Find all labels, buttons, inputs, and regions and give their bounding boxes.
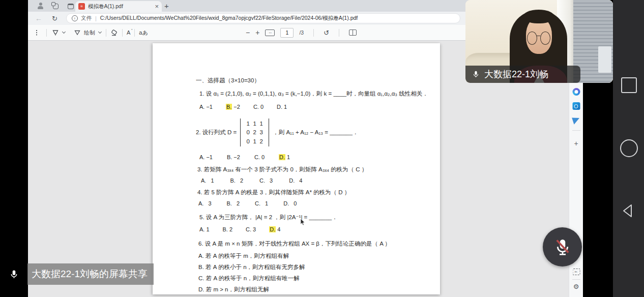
microphone-muted-icon [553, 236, 572, 258]
webcam-name: 大数据22-1刘畅 [484, 68, 548, 80]
outlook-icon[interactable] [572, 102, 580, 110]
draw-label[interactable]: 绘制 [84, 29, 95, 37]
banner-text: 大数据22-1刘畅的屏幕共享 [27, 263, 154, 285]
workspaces-icon[interactable] [53, 4, 58, 9]
tab-title: 模拟卷A(1).pdf [88, 3, 152, 10]
microphone-muted-button[interactable] [543, 227, 582, 266]
webcam-overlay[interactable]: 大数据22-1刘畅 [465, 0, 613, 83]
phone-screen: ≡ 模拟卷A(1).pdf × + ← ↻ i 文件 | C:/Users/DE… [0, 0, 644, 297]
person-fringe [523, 10, 554, 24]
question-2: 2. 设行列式 D = 111 023 012 ，则 A₁₁ + A₁₂ − A… [196, 118, 358, 146]
question-4-options: A.3 B.2 C.1 D.0 [198, 200, 297, 207]
divider [313, 29, 314, 37]
wall-panel [598, 46, 611, 73]
back-icon[interactable]: ← [35, 14, 42, 22]
translate-icon[interactable]: aあ [139, 29, 148, 37]
close-tab-icon[interactable]: × [155, 3, 159, 10]
pdf-file-icon: ≡ [78, 3, 85, 10]
refresh-icon[interactable]: ↻ [52, 15, 57, 22]
pdf-page: 一、选择题（3×10=30） 1. 设 α₁ = (2,1,0), α₂ = (… [153, 43, 440, 294]
mouse-cursor [300, 219, 306, 226]
highlighted-answer: D. [269, 226, 276, 232]
drop-paper-plane-icon[interactable] [572, 115, 581, 125]
webcam-name-label: 大数据22-1刘畅 [465, 66, 580, 83]
highlighted-answer: B. [226, 104, 232, 110]
separator: | [95, 15, 97, 21]
zoom-out-icon[interactable]: − [246, 29, 250, 36]
divider [339, 29, 339, 37]
gear-icon[interactable]: ⚙ [573, 283, 579, 290]
banner-mic-box [0, 263, 27, 285]
highlighted-answer: D. [279, 154, 285, 160]
question-3: 3. 若矩阵 A₃ₓ₄ 有一个 3 阶子式不为 0，则矩阵 A₃ₓ₄ 的秩为（ … [197, 166, 367, 173]
microphone-icon [472, 69, 480, 79]
determinant-matrix: 111 023 012 [240, 118, 269, 146]
info-icon[interactable]: i [72, 15, 78, 21]
divider [46, 29, 47, 37]
profile-icon[interactable] [37, 3, 44, 9]
read-aloud-icon[interactable]: A [127, 29, 130, 36]
divider [572, 130, 580, 131]
question-6: 6. 设 A 是 m × n 矩阵，对于线性方程组 AX = β，下列结论正确的… [198, 240, 391, 247]
question-4: 4. 若 5 阶方阵 A 的秩是 3，则其伴随矩阵 A* 的秩为（ D ） [197, 189, 350, 196]
question-1: 1. 设 α₁ = (2,1,0), α₂ = (0,1,1), α₃ = (k… [199, 90, 428, 97]
question-5: 5. 设 A 为三阶方阵， |A| = 2 ，则 |2A⁻¹| = ______… [199, 214, 338, 221]
glasses-right-lens [540, 32, 550, 45]
question-2-options: A.−1 B.−2 C.0 D.1 [199, 154, 290, 161]
add-sidebar-item-button[interactable]: + [574, 139, 578, 147]
android-nav-bar [613, 0, 644, 297]
divider [134, 29, 135, 37]
chevron-down-icon[interactable] [63, 31, 66, 34]
draw-pen-icon[interactable] [74, 29, 81, 36]
screen-share-banner: 大数据22-1刘畅的屏幕共享 [0, 263, 154, 285]
question-3-options: A.1 B.2 C.3 D.4 [201, 177, 302, 185]
rotate-icon[interactable]: ↺ [324, 29, 329, 36]
question-5-options: A.1 B.2 C.3 D.4 [199, 226, 280, 233]
recents-button[interactable] [621, 77, 637, 93]
question-6-option-c: C. 若 A 的秩等于 n，则方程组有唯一解 [198, 275, 300, 282]
pdf-zoom-controls: − + ↔ /3 ↺ [246, 25, 357, 40]
question-6-option-d: D. 若 m > n，则方程组无解 [198, 286, 269, 293]
eraser-icon[interactable] [110, 29, 118, 36]
page-total-label: /3 [299, 29, 304, 36]
page-view-icon[interactable] [349, 29, 357, 36]
glasses-bridge [537, 36, 540, 36]
screenshot-icon[interactable]: ✂ [572, 269, 580, 275]
chevron-down-icon[interactable] [99, 31, 102, 34]
fit-to-width-icon[interactable]: ↔ [265, 29, 275, 36]
file-protocol-label: 文件 [81, 15, 92, 22]
zoom-in-icon[interactable]: + [255, 29, 259, 36]
copilot-icon[interactable] [572, 88, 580, 96]
highlighter-icon[interactable] [52, 29, 59, 36]
microphone-icon [9, 268, 19, 281]
address-input[interactable]: i 文件 | C:/Users/DELL/Documents/WeChat%20… [66, 13, 460, 23]
divider [106, 29, 106, 37]
letterbox-left [0, 0, 28, 297]
page-number-input[interactable] [280, 28, 294, 38]
divider [122, 29, 123, 37]
home-button[interactable] [620, 139, 638, 157]
divider [572, 279, 580, 280]
tab-actions-icon[interactable] [68, 4, 74, 9]
browser-tab[interactable]: ≡ 模拟卷A(1).pdf × [75, 1, 162, 12]
url-text: C:/Users/DELL/Documents/WeChat%20Files/w… [100, 15, 358, 22]
section-title: 一、选择题（3×10=30） [196, 77, 260, 84]
question-6-option-b: B. 若 A 的秩小于 n，则方程组有无穷多解 [198, 263, 305, 271]
new-tab-button[interactable]: + [164, 2, 169, 10]
question-6-option-a: A. 若 A 的秩等于 m，则方程组有解 [198, 252, 289, 259]
glasses-left-lens [527, 32, 537, 45]
question-1-options: A.−1 B.−2 C.0 D.1 [199, 104, 287, 111]
back-button[interactable] [620, 203, 636, 219]
table-of-contents-icon[interactable] [36, 30, 42, 35]
